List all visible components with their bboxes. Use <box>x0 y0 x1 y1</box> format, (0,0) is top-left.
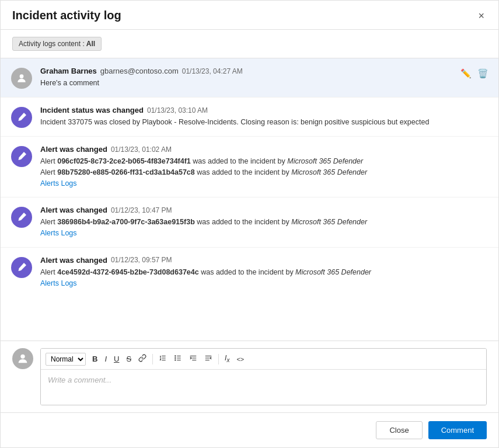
indent-right-button[interactable] <box>201 352 215 366</box>
alerts-logs-link[interactable]: Alerts Logs <box>40 179 77 187</box>
dialog-footer: Close Comment <box>1 412 498 447</box>
svg-point-1 <box>20 355 25 359</box>
filter-bar: Activity logs content : All <box>1 30 498 58</box>
log-entry: Alert was changed 01/12/23, 09:57 PM Ale… <box>1 248 498 297</box>
avatar <box>11 207 32 228</box>
delete-button[interactable]: 🗑️ <box>476 67 490 81</box>
log-body: Alert 386986b4-b9a2-a700-9f7c-3a63ae915f… <box>40 217 488 239</box>
log-entry: Incident status was changed 01/13/23, 03… <box>1 98 498 137</box>
log-header-line: Alert was changed 01/13/23, 01:02 AM <box>40 145 488 154</box>
avatar <box>11 146 32 167</box>
footer-close-button[interactable]: Close <box>376 421 422 439</box>
comment-avatar <box>12 348 33 369</box>
dialog-title: Incident activity log <box>12 9 121 22</box>
clear-format-button[interactable]: Ix <box>222 352 232 365</box>
format-select[interactable]: Normal <box>46 353 86 366</box>
log-content: Alert was changed 01/12/23, 09:57 PM Ale… <box>40 256 488 289</box>
log-body: Alert 4ce4592d-4372-6945-b2be-73d08d637e… <box>40 267 488 289</box>
log-list: Graham Barnes gbarnes@contoso.com 01/13/… <box>1 58 498 341</box>
dialog-close-button[interactable]: × <box>476 9 487 22</box>
comment-row: Normal B I U S <box>12 348 487 405</box>
comment-box: Normal B I U S <box>40 348 487 405</box>
underline-button[interactable]: U <box>111 353 122 365</box>
avatar <box>11 257 32 278</box>
indent-left-button[interactable] <box>186 352 200 366</box>
svg-point-0 <box>20 74 24 78</box>
log-header-line: Alert was changed 01/12/23, 10:47 PM <box>40 206 488 214</box>
log-entry: Alert was changed 01/13/23, 01:02 AM Ale… <box>1 137 498 197</box>
log-entry: Alert was changed 01/12/23, 10:47 PM Ale… <box>1 197 498 248</box>
toolbar-separator <box>218 354 219 364</box>
log-actions: ✏️ 🗑️ <box>459 67 490 81</box>
log-action: Alert was changed <box>40 206 107 214</box>
strikethrough-button[interactable]: S <box>123 353 134 365</box>
comment-area: Normal B I U S <box>1 341 498 412</box>
comment-placeholder: Write a comment... <box>48 376 111 384</box>
svg-point-10 <box>175 360 176 360</box>
toolbar-separator <box>152 354 153 364</box>
log-action: Alert was changed <box>40 256 107 265</box>
footer-comment-button[interactable]: Comment <box>428 421 487 439</box>
bold-button[interactable]: B <box>89 353 100 365</box>
log-header-line: Incident status was changed 01/13/23, 03… <box>40 106 488 114</box>
comment-toolbar: Normal B I U S <box>41 349 486 370</box>
log-action: Incident status was changed <box>40 106 144 114</box>
alerts-logs-link[interactable]: Alerts Logs <box>40 279 77 287</box>
alerts-logs-link[interactable]: Alerts Logs <box>40 229 77 237</box>
log-content: Graham Barnes gbarnes@contoso.com 01/13/… <box>40 67 488 89</box>
log-content: Incident status was changed 01/13/23, 03… <box>40 106 488 128</box>
unordered-list-button[interactable] <box>171 352 185 366</box>
log-header-line: Alert was changed 01/12/23, 09:57 PM <box>40 256 488 265</box>
log-email: gbarnes@contoso.com <box>100 67 179 75</box>
dialog-header: Incident activity log × <box>1 1 498 30</box>
log-action: Alert was changed <box>40 145 107 154</box>
log-body: Alert 096cf025-8c73-2ce2-b065-4f83e734f4… <box>40 156 488 189</box>
log-content: Alert was changed 01/12/23, 10:47 PM Ale… <box>40 206 488 239</box>
filter-label: Activity logs content : <box>19 40 85 48</box>
filter-badge[interactable]: Activity logs content : All <box>12 37 102 51</box>
log-body: Here's a comment <box>40 78 488 89</box>
code-button[interactable]: <> <box>233 354 247 364</box>
log-timestamp: 01/13/23, 03:10 AM <box>147 106 208 114</box>
log-timestamp: 01/12/23, 10:47 PM <box>111 206 172 214</box>
incident-activity-dialog: Incident activity log × Activity logs co… <box>0 0 499 448</box>
avatar <box>11 107 32 128</box>
svg-point-8 <box>175 356 176 356</box>
edit-button[interactable]: ✏️ <box>459 67 473 81</box>
log-timestamp: 01/13/23, 01:02 AM <box>111 145 172 154</box>
log-header-line: Graham Barnes gbarnes@contoso.com 01/13/… <box>40 67 488 75</box>
log-timestamp: 01/13/23, 04:27 AM <box>182 67 243 75</box>
italic-button[interactable]: I <box>102 353 110 365</box>
avatar <box>11 68 32 89</box>
log-timestamp: 01/12/23, 09:57 PM <box>111 256 172 264</box>
log-entry: Graham Barnes gbarnes@contoso.com 01/13/… <box>1 58 498 98</box>
log-user: Graham Barnes <box>40 67 97 75</box>
log-content: Alert was changed 01/13/23, 01:02 AM Ale… <box>40 145 488 189</box>
log-body: Incident 337075 was closed by Playbook -… <box>40 117 488 128</box>
comment-input[interactable]: Write a comment... <box>41 370 486 405</box>
filter-value: All <box>86 40 95 48</box>
ordered-list-button[interactable] <box>156 352 170 366</box>
link-button[interactable] <box>135 352 149 366</box>
svg-point-9 <box>175 357 176 358</box>
